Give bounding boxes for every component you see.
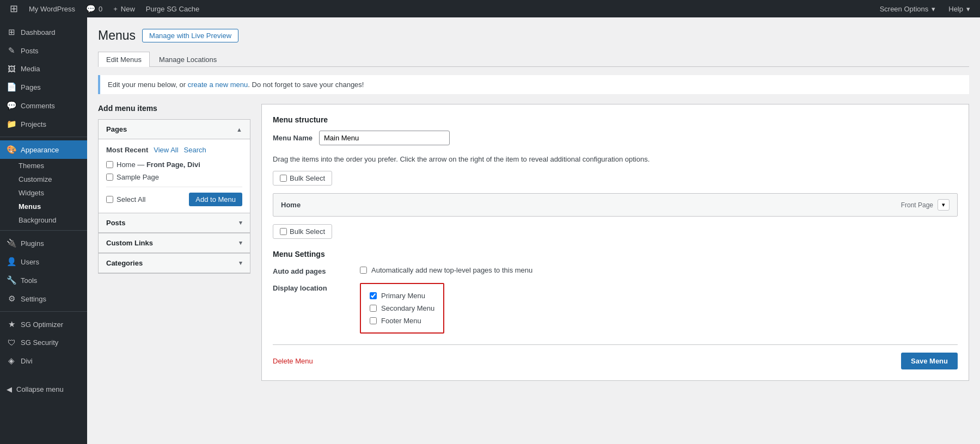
wp-logo-item[interactable]: ⊞ [4, 0, 23, 17]
pages-accordion-header[interactable]: Pages ▲ [99, 120, 250, 139]
tab-manage-locations[interactable]: Manage Locations [151, 52, 225, 67]
help-button[interactable]: Help ▾ [943, 0, 976, 17]
page-title: Menus [98, 28, 136, 43]
bulk-select-bottom-checkbox[interactable] [280, 228, 287, 235]
custom-links-accordion-header[interactable]: Custom Links ▾ [99, 233, 250, 253]
posts-accordion-header[interactable]: Posts ▾ [99, 213, 250, 233]
sidebar-item-plugins[interactable]: 🔌 Plugins [0, 234, 87, 252]
divi-icon: ◈ [7, 356, 16, 366]
sidebar-item-projects[interactable]: 📁 Projects [0, 115, 87, 133]
sidebar-subitem-customize[interactable]: Customize [0, 172, 87, 186]
sidebar-item-comments[interactable]: 💬 Comments [0, 96, 87, 115]
notice-text-before: Edit your menu below, or [108, 81, 188, 89]
sidebar-divider-2 [0, 230, 87, 231]
location-primary-menu: Primary Menu [370, 292, 434, 300]
sidebar-item-divi[interactable]: ◈ Divi [0, 351, 87, 370]
plus-icon: + [113, 5, 118, 13]
sidebar-label-appearance: Appearance [21, 146, 59, 154]
sidebar-subitem-widgets[interactable]: Widgets [0, 186, 87, 200]
sidebar-item-posts[interactable]: ✎ Posts [0, 41, 87, 60]
comments-count: 0 [99, 5, 102, 13]
manage-with-live-preview-button[interactable]: Manage with Live Preview [142, 29, 238, 42]
pages-tab-search[interactable]: Search [184, 146, 206, 154]
tools-icon: 🔧 [7, 275, 16, 285]
notice-text-after: . Do not forget to save your changes! [248, 81, 364, 89]
menu-item-right: Front Page ▾ [901, 199, 950, 211]
add-menu-items-panel: Add menu items Pages ▲ Most Recent View … [98, 104, 250, 274]
page-home-checkbox[interactable] [106, 161, 113, 168]
create-new-menu-link[interactable]: create a new menu [188, 81, 248, 89]
collapse-label: Collapse menu [16, 385, 64, 393]
purge-cache-item[interactable]: Purge SG Cache [140, 0, 205, 17]
admin-bar: ⊞ My WordPress 💬 0 + New Purge SG Cache … [0, 0, 980, 17]
bulk-select-top-checkbox[interactable] [280, 175, 287, 182]
site-name: My WordPress [29, 5, 75, 13]
footer-menu-checkbox[interactable] [370, 317, 377, 324]
pages-tab-view-all[interactable]: View All [154, 146, 178, 154]
menu-item-home: Home Front Page ▾ [273, 193, 958, 217]
posts-icon: ✎ [7, 46, 16, 55]
auto-add-value: Automatically add new top-level pages to… [360, 266, 958, 274]
sidebar-subitem-background[interactable]: Background [0, 213, 87, 227]
custom-links-chevron-icon: ▾ [239, 239, 242, 246]
sidebar-label-pages: Pages [21, 83, 41, 91]
menu-name-input[interactable] [319, 131, 450, 145]
add-to-menu-button[interactable]: Add to Menu [189, 193, 242, 206]
sidebar-item-appearance[interactable]: 🎨 Appearance [0, 140, 87, 159]
sidebar-item-media[interactable]: 🖼 Media [0, 60, 87, 78]
wp-logo-icon: ⊞ [10, 3, 18, 15]
menu-structure-title: Menu structure [273, 115, 958, 124]
screen-options-button[interactable]: Screen Options ▾ [874, 0, 941, 17]
custom-links-accordion: Custom Links ▾ [98, 233, 250, 254]
pages-tab-most-recent[interactable]: Most Recent [106, 146, 148, 154]
appearance-submenu: Themes Customize Widgets Menus Backgroun… [0, 159, 87, 227]
tab-edit-menus[interactable]: Edit Menus [98, 52, 150, 67]
new-content-item[interactable]: + New [108, 0, 140, 17]
categories-chevron-icon: ▾ [239, 260, 242, 267]
menu-item-dropdown-button[interactable]: ▾ [938, 199, 950, 211]
sidebar-item-sg-optimizer[interactable]: ★ SG Optimizer [0, 315, 87, 334]
location-footer-menu: Footer Menu [370, 317, 434, 325]
secondary-menu-checkbox[interactable] [370, 305, 377, 312]
sidebar-subitem-menus[interactable]: Menus [0, 200, 87, 213]
save-menu-button[interactable]: Save Menu [901, 353, 958, 369]
auto-add-checkbox[interactable] [360, 267, 367, 274]
collapse-icon: ◀ [7, 385, 12, 393]
sidebar-item-tools[interactable]: 🔧 Tools [0, 271, 87, 289]
select-all-label[interactable]: Select All [106, 195, 145, 203]
bulk-select-bottom-button[interactable]: Bulk Select [273, 224, 332, 239]
media-icon: 🖼 [7, 64, 16, 73]
sidebar-item-dashboard[interactable]: ⊞ Dashboard [0, 23, 87, 41]
sidebar-item-settings[interactable]: ⚙ Settings [0, 289, 87, 308]
pages-subtabs: Most Recent View All Search [106, 146, 242, 154]
collapse-menu-button[interactable]: ◀ Collapse menu [0, 381, 87, 398]
sidebar-label-projects: Projects [21, 120, 46, 128]
topbar: Menus Manage with Live Preview [98, 28, 969, 43]
primary-menu-label: Primary Menu [381, 292, 425, 300]
sidebar-label-settings: Settings [21, 295, 46, 303]
auto-add-pages-row: Auto add pages Automatically add new top… [273, 266, 958, 275]
display-location-row: Display location Primary Menu Secondary … [273, 283, 958, 334]
pages-panel-label: Pages [106, 125, 127, 133]
secondary-menu-label: Secondary Menu [381, 304, 434, 312]
sidebar-item-users[interactable]: 👤 Users [0, 252, 87, 271]
sidebar-label-posts: Posts [21, 47, 39, 55]
delete-menu-button[interactable]: Delete Menu [273, 357, 313, 365]
sidebar-item-sg-security[interactable]: 🛡 SG Security [0, 334, 87, 351]
site-name-item[interactable]: My WordPress [23, 0, 81, 17]
select-all-checkbox[interactable] [106, 196, 113, 203]
chevron-down-icon: ▾ [932, 5, 935, 13]
add-menu-items-title: Add menu items [98, 104, 250, 113]
auto-add-label: Auto add pages [273, 266, 349, 275]
bulk-select-top-button[interactable]: Bulk Select [273, 171, 332, 186]
sg-optimizer-icon: ★ [7, 319, 16, 329]
categories-accordion-header[interactable]: Categories ▾ [99, 254, 250, 273]
new-label: New [121, 5, 135, 13]
comments-item[interactable]: 💬 0 [81, 0, 108, 17]
primary-menu-checkbox[interactable] [370, 292, 377, 299]
page-sample-checkbox[interactable] [106, 174, 113, 181]
sidebar-item-pages[interactable]: 📄 Pages [0, 78, 87, 96]
sidebar-label-media: Media [21, 65, 40, 73]
sidebar-subitem-themes[interactable]: Themes [0, 159, 87, 172]
auto-add-checkbox-label[interactable]: Automatically add new top-level pages to… [360, 266, 958, 274]
